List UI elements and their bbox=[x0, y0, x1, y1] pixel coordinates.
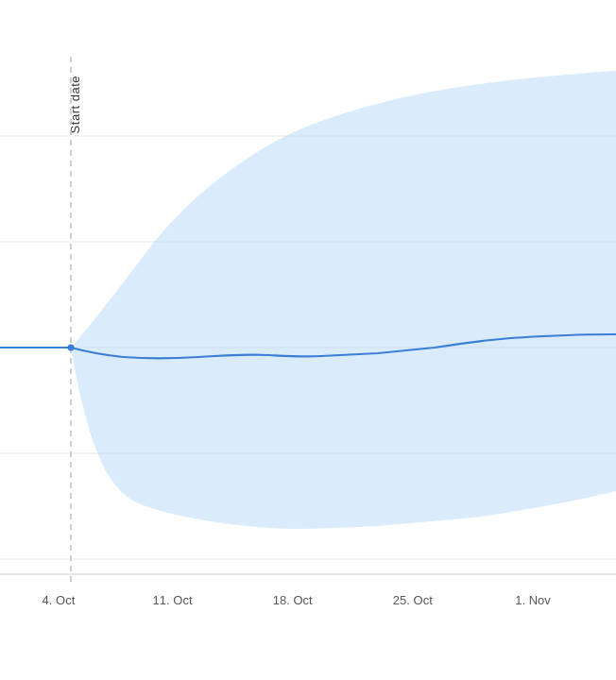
start-dot bbox=[68, 345, 75, 351]
x-label-4oct: 4. Oct bbox=[43, 593, 76, 607]
x-label-11oct: 11. Oct bbox=[153, 593, 193, 607]
x-axis: 4. Oct 11. Oct 18. Oct 25. Oct 1. Nov bbox=[0, 586, 616, 623]
x-label-1nov: 1. Nov bbox=[515, 593, 551, 607]
x-label-25oct: 25. Oct bbox=[393, 593, 433, 607]
confidence-band bbox=[0, 71, 616, 529]
x-label-18oct: 18. Oct bbox=[273, 593, 313, 607]
chart-container: Start date 4. Oct 11. Oct 18. Oct 25. Oc… bbox=[0, 0, 616, 680]
chart-svg bbox=[0, 57, 616, 586]
